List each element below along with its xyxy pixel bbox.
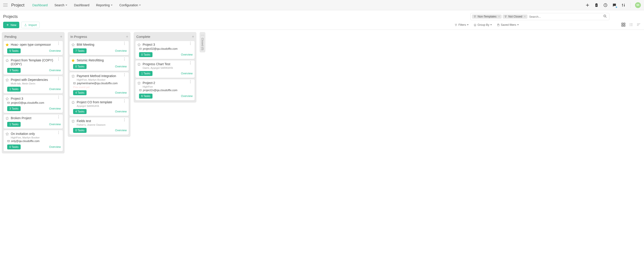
kanban-card[interactable]: Project 3project32@qa.cloudoffix.com0 Ta… [136, 41, 195, 59]
filter-chip[interactable]: Non-Templates× [472, 14, 502, 18]
hamburger-icon[interactable] [3, 3, 8, 7]
overview-link[interactable]: Overview [49, 88, 61, 91]
star-icon[interactable] [137, 43, 141, 47]
messages-icon[interactable] [612, 3, 617, 7]
star-icon[interactable] [137, 81, 141, 85]
overview-link[interactable]: Overview [181, 95, 192, 98]
remove-chip-icon[interactable]: × [524, 15, 526, 18]
column-add-button[interactable]: + [60, 35, 62, 39]
star-icon[interactable] [6, 97, 9, 101]
card-menu-icon[interactable] [122, 74, 127, 75]
search-zoom-icon[interactable] [603, 14, 607, 19]
overview-link[interactable]: Overview [49, 145, 61, 149]
kanban-card[interactable]: On invitation onlyHighFive, Marilyn Book… [4, 130, 63, 151]
filters-tool[interactable]: Filters [454, 23, 469, 26]
kanban-card[interactable]: Project CO from templateAyşegül SARIKAYA… [70, 99, 129, 116]
search-box[interactable]: Non-Templates×Not Closed× [470, 13, 610, 20]
column-add-button[interactable]: + [192, 35, 194, 39]
star-icon[interactable] [71, 74, 75, 78]
overview-link[interactable]: Overview [49, 49, 61, 52]
kanban-card[interactable]: Project from Template (COPY) (COPY)3 Tas… [4, 57, 63, 75]
tasks-badge[interactable]: 0 Tasks [73, 128, 86, 133]
card-menu-icon[interactable] [56, 97, 61, 98]
overview-link[interactable]: Overview [181, 53, 192, 56]
overview-link[interactable]: Overview [49, 123, 61, 126]
import-button[interactable]: Import [21, 22, 40, 28]
star-icon[interactable] [6, 132, 9, 136]
menu-item-configuration[interactable]: Configuration [119, 3, 141, 7]
star-icon[interactable] [6, 43, 9, 47]
tasks-badge[interactable]: 1 Tasks [7, 122, 21, 127]
star-icon[interactable] [71, 43, 75, 47]
star-icon[interactable] [6, 78, 9, 82]
view-kanban-button[interactable] [621, 22, 626, 27]
menu-item-dashboard[interactable]: Dashboard [32, 3, 48, 7]
star-icon[interactable] [71, 101, 75, 104]
new-item-icon[interactable] [585, 3, 590, 7]
clock-icon[interactable] [603, 3, 608, 7]
tasks-badge[interactable]: 1 Tasks [139, 71, 152, 76]
kanban-card[interactable]: Broken Project1 TasksOverview [4, 114, 63, 129]
kanban-card[interactable]: Hvac- open type compressor5 TasksOvervie… [4, 41, 63, 55]
savedfilters-tool[interactable]: Saved filters [497, 23, 519, 26]
overview-link[interactable]: Overview [115, 129, 127, 132]
card-menu-icon[interactable] [122, 43, 127, 44]
card-menu-icon[interactable] [188, 43, 192, 44]
kanban-card[interactable]: BIM Meeting7 TasksOverview [70, 41, 129, 55]
tasks-badge[interactable]: 7 Tasks [73, 48, 86, 53]
star-icon[interactable] [6, 116, 9, 120]
new-button[interactable]: New [3, 22, 19, 28]
overview-link[interactable]: Overview [49, 107, 61, 110]
kanban-card[interactable]: Project 3project3@qa.cloudoffix.com3 Tas… [4, 95, 63, 113]
column-add-button[interactable]: + [126, 35, 128, 39]
menu-item-dashboard[interactable]: Dashboard [74, 3, 90, 7]
overview-link[interactable]: Overview [49, 69, 61, 72]
overview-link[interactable]: Overview [181, 72, 192, 75]
kanban-card[interactable]: Payment Method IntegrationHighFive, Mari… [70, 72, 129, 97]
kanban-card[interactable]: Project with DependenciesMulti-tab, Meti… [4, 76, 63, 93]
remove-chip-icon[interactable]: × [498, 15, 500, 18]
card-menu-icon[interactable] [56, 58, 61, 60]
groupby-tool[interactable]: Group By [474, 23, 492, 26]
card-menu-icon[interactable] [56, 116, 61, 118]
menu-item-reporting[interactable]: Reporting [96, 3, 113, 7]
card-menu-icon[interactable] [56, 78, 61, 79]
kanban-card[interactable]: Project-2HighFiveproject2x@qa.cloudoffix… [136, 79, 195, 100]
activities-icon[interactable] [594, 3, 599, 7]
tasks-badge[interactable]: 0 Tasks [73, 64, 86, 69]
card-menu-icon[interactable] [122, 58, 127, 60]
tasks-badge[interactable]: 4 Tasks [73, 109, 86, 114]
kanban-column-collapsed[interactable]: ⋯Closed (0) [200, 32, 206, 52]
menu-item-search[interactable]: Search [54, 3, 67, 7]
card-menu-icon[interactable] [56, 132, 61, 133]
star-icon[interactable] [6, 59, 9, 62]
tasks-badge[interactable]: 0 Tasks [139, 52, 152, 57]
tasks-badge[interactable]: 1 Tasks [7, 87, 21, 92]
overview-link[interactable]: Overview [115, 49, 127, 52]
kanban-card[interactable]: Seismic Retrofitting0 TasksOverview [70, 57, 129, 71]
overview-link[interactable]: Overview [115, 91, 127, 94]
view-gantt-button[interactable] [636, 22, 641, 27]
star-icon[interactable] [71, 119, 75, 123]
star-icon[interactable] [71, 59, 75, 62]
kanban-card[interactable]: Fields testFisher's, Joanne Dawson0 Task… [70, 117, 129, 135]
view-list-button[interactable] [629, 22, 633, 27]
settings-sliders-icon[interactable] [621, 3, 626, 7]
tasks-badge[interactable]: 3 Tasks [7, 106, 21, 111]
star-icon[interactable] [137, 62, 141, 66]
kanban-card[interactable]: Progress Chart TestDaimi, Ayşegül SARIKA… [136, 60, 195, 78]
filter-chip[interactable]: Not Closed× [503, 14, 528, 18]
overview-link[interactable]: Overview [115, 110, 127, 113]
card-menu-icon[interactable] [56, 43, 61, 44]
tasks-badge[interactable]: 0 Tasks [7, 145, 21, 149]
search-input[interactable] [529, 15, 602, 18]
tasks-badge[interactable]: 6 Tasks [139, 94, 152, 99]
tasks-badge[interactable]: 4 Tasks [73, 90, 86, 95]
tasks-badge[interactable]: 5 Tasks [7, 48, 21, 53]
avatar[interactable]: SK [635, 2, 641, 8]
more-icon[interactable]: ⋯ [201, 34, 204, 36]
card-menu-icon[interactable] [122, 119, 127, 121]
card-menu-icon[interactable] [188, 81, 192, 82]
card-menu-icon[interactable] [122, 100, 127, 102]
overview-link[interactable]: Overview [115, 65, 127, 68]
